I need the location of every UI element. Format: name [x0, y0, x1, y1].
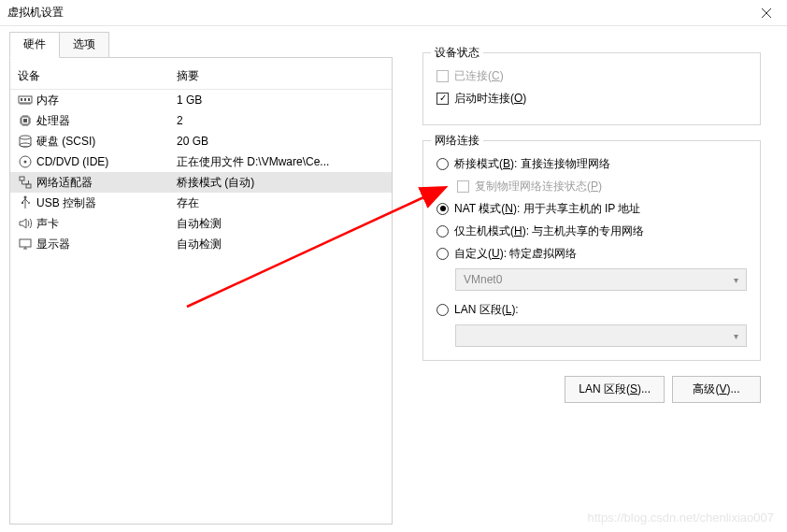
- checkbox-connected: 已连接(C): [436, 66, 747, 85]
- device-list-panel: 设备 摘要 内存 1 GB 处理器 2 硬盘: [9, 57, 393, 525]
- disc-icon: [18, 154, 33, 169]
- device-label: 声卡: [36, 216, 59, 232]
- svg-rect-1: [21, 98, 22, 101]
- cpu-icon: [18, 113, 33, 128]
- device-row-sound[interactable]: 声卡 自动检测: [10, 213, 392, 234]
- network-connection-group: 网络连接 桥接模式(B): 直接连接物理网络 复制物理网络连接状态(P) NAT…: [422, 140, 761, 361]
- radio-custom[interactable]: 自定义(U): 特定虚拟网络: [436, 244, 747, 263]
- checkbox-label: 启动时连接(O): [454, 91, 526, 107]
- device-summary: 桥接模式 (自动): [177, 175, 384, 191]
- svg-rect-2: [24, 98, 26, 101]
- advanced-button[interactable]: 高级(V)...: [672, 376, 761, 403]
- radio-nat[interactable]: NAT 模式(N): 用于共享主机的 IP 地址: [436, 199, 747, 218]
- device-row-hdd[interactable]: 硬盘 (SCSI) 20 GB: [10, 131, 392, 151]
- svg-point-7: [20, 143, 31, 147]
- device-status-group: 设备状态 已连接(C) ✓ 启动时连接(O): [422, 52, 761, 125]
- radio-icon: [436, 304, 449, 316]
- radio-label: 仅主机模式(H): 与主机共享的专用网络: [454, 223, 644, 239]
- watermark: https://blog.csdn.net/chenlixiao007: [588, 510, 774, 525]
- checkbox-label: 复制物理网络连接状态(P): [475, 179, 602, 194]
- window-title: 虚拟机设置: [7, 5, 64, 21]
- hdd-icon: [18, 134, 33, 149]
- column-summary: 摘要: [177, 68, 384, 84]
- device-label: USB 控制器: [36, 195, 96, 211]
- svg-point-6: [20, 136, 31, 139]
- radio-icon: [436, 248, 449, 260]
- svg-rect-3: [28, 98, 30, 101]
- radio-label: NAT 模式(N): 用于共享主机的 IP 地址: [454, 201, 640, 217]
- svg-point-9: [24, 161, 27, 164]
- custom-vmnet-dropdown: VMnet0 ▾: [455, 268, 747, 291]
- device-label: 内存: [36, 93, 59, 108]
- svg-point-12: [24, 196, 27, 199]
- display-icon: [18, 237, 33, 252]
- radio-lansegment[interactable]: LAN 区段(L):: [436, 300, 747, 319]
- checkbox-label: 已连接(C): [454, 68, 504, 84]
- device-label: 处理器: [36, 113, 70, 129]
- tab-options[interactable]: 选项: [59, 32, 109, 58]
- radio-bridged[interactable]: 桥接模式(B): 直接连接物理网络: [436, 154, 747, 173]
- svg-rect-5: [23, 119, 27, 122]
- sound-icon: [18, 216, 33, 231]
- device-row-cddvd[interactable]: CD/DVD (IDE) 正在使用文件 D:\VMware\Ce...: [10, 151, 392, 172]
- left-panel: 硬件 选项 设备 摘要 内存 1 GB 处理器 2: [9, 32, 393, 523]
- checkbox-icon: [457, 180, 469, 193]
- device-list-header: 设备 摘要: [10, 65, 392, 90]
- device-label: CD/DVD (IDE): [36, 155, 108, 168]
- svg-rect-11: [26, 184, 31, 188]
- radio-label: 桥接模式(B): 直接连接物理网络: [454, 156, 610, 172]
- right-panel: 设备状态 已连接(C) ✓ 启动时连接(O) 网络连接 桥接模式(B): 直接连…: [393, 32, 778, 523]
- radio-label: 自定义(U): 特定虚拟网络: [454, 246, 577, 262]
- checkbox-connect-at-poweron[interactable]: ✓ 启动时连接(O): [436, 89, 747, 108]
- button-row: LAN 区段(S)... 高级(V)...: [422, 376, 761, 403]
- device-summary: 2: [177, 114, 384, 127]
- column-device: 设备: [18, 68, 177, 84]
- device-status-title: 设备状态: [431, 45, 483, 61]
- close-button[interactable]: [745, 0, 787, 26]
- usb-icon: [18, 195, 33, 210]
- network-icon: [18, 175, 33, 190]
- checkbox-replicate: 复制物理网络连接状态(P): [457, 177, 747, 195]
- tab-hardware[interactable]: 硬件: [9, 32, 60, 58]
- device-label: 硬盘 (SCSI): [36, 134, 95, 150]
- dropdown-value: VMnet0: [464, 273, 502, 286]
- radio-icon: [436, 158, 449, 170]
- radio-icon: [436, 203, 449, 215]
- device-summary: 存在: [177, 195, 384, 211]
- device-row-memory[interactable]: 内存 1 GB: [10, 90, 392, 110]
- device-label: 网络适配器: [36, 175, 93, 191]
- close-icon: [761, 7, 772, 19]
- lan-segments-button[interactable]: LAN 区段(S)...: [565, 376, 665, 403]
- lansegment-dropdown: ▾: [455, 324, 747, 347]
- device-summary: 自动检测: [177, 237, 384, 252]
- device-summary: 1 GB: [177, 93, 384, 107]
- svg-point-14: [28, 202, 30, 204]
- device-label: 显示器: [36, 237, 70, 252]
- svg-rect-10: [20, 177, 24, 180]
- network-group-title: 网络连接: [431, 133, 483, 149]
- checkbox-icon: [436, 70, 449, 82]
- svg-rect-15: [20, 239, 31, 247]
- tab-row: 硬件 选项: [9, 32, 393, 58]
- device-row-display[interactable]: 显示器 自动检测: [10, 234, 392, 254]
- titlebar: 虚拟机设置: [0, 0, 787, 26]
- chevron-down-icon: ▾: [734, 275, 738, 285]
- svg-rect-13: [21, 202, 23, 204]
- radio-label: LAN 区段(L):: [454, 302, 519, 318]
- device-summary: 正在使用文件 D:\VMware\Ce...: [177, 154, 384, 170]
- device-row-cpu[interactable]: 处理器 2: [10, 110, 392, 131]
- device-summary: 自动检测: [177, 216, 384, 232]
- checkbox-icon: ✓: [436, 93, 449, 105]
- device-row-network[interactable]: 网络适配器 桥接模式 (自动): [10, 172, 392, 193]
- chevron-down-icon: ▾: [734, 331, 738, 341]
- radio-icon: [436, 225, 449, 237]
- memory-icon: [18, 93, 33, 108]
- device-row-usb[interactable]: USB 控制器 存在: [10, 193, 392, 213]
- radio-hostonly[interactable]: 仅主机模式(H): 与主机共享的专用网络: [436, 222, 747, 240]
- device-summary: 20 GB: [177, 135, 384, 148]
